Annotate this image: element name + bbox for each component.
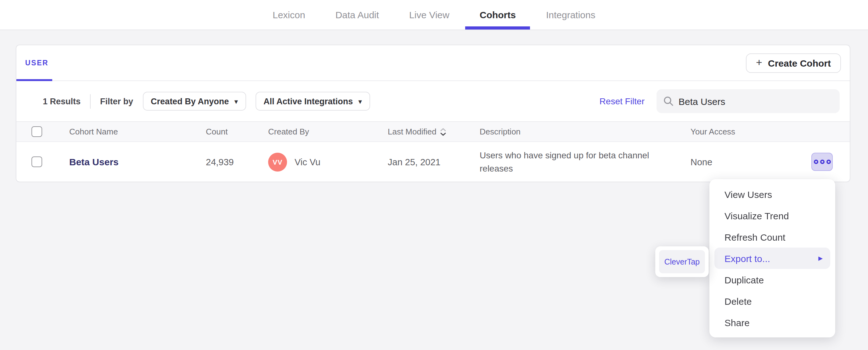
filter-by-label: Filter by bbox=[100, 97, 133, 106]
divider bbox=[90, 94, 91, 108]
menu-item-label: Export to... bbox=[724, 253, 770, 264]
cohorts-page: Lexicon Data Audit Live View Cohorts Int… bbox=[0, 0, 868, 350]
menu-item-label: Share bbox=[724, 317, 750, 328]
nav-tab-data-audit[interactable]: Data Audit bbox=[334, 0, 380, 30]
row-actions-menu: View Users Visualize Trend Refresh Count… bbox=[709, 179, 835, 338]
menu-item-label: Duplicate bbox=[724, 274, 764, 285]
nav-tab-label: Integrations bbox=[546, 9, 595, 20]
top-navigation: Lexicon Data Audit Live View Cohorts Int… bbox=[0, 0, 868, 30]
menu-item-delete[interactable]: Delete bbox=[714, 290, 830, 312]
tab-user-underline bbox=[17, 79, 52, 81]
plus-icon: + bbox=[756, 57, 762, 68]
menu-item-export-to[interactable]: Export to... ▶ bbox=[714, 248, 830, 269]
your-access-cell: None bbox=[690, 153, 850, 171]
menu-item-label: Refresh Count bbox=[724, 232, 785, 242]
row-actions-button[interactable] bbox=[811, 153, 833, 171]
table-header-row: Cohort Name Count Created By Last Modifi… bbox=[17, 121, 850, 141]
last-modified-value: Jan 25, 2021 bbox=[388, 157, 479, 167]
header-cohort-name: Cohort Name bbox=[69, 127, 206, 136]
created-by-dropdown-value: Created By Anyone bbox=[151, 97, 229, 106]
create-cohort-button[interactable]: + Create Cohort bbox=[746, 53, 841, 73]
cohort-description: Users who have signed up for beta channe… bbox=[479, 149, 690, 175]
header-count: Count bbox=[206, 127, 268, 136]
cohort-count: 24,939 bbox=[206, 157, 268, 167]
nav-tab-live-view[interactable]: Live View bbox=[408, 0, 451, 30]
header-your-access: Your Access bbox=[690, 127, 850, 136]
cohort-name-link[interactable]: Beta Users bbox=[69, 156, 119, 167]
card-tab-bar: USER + Create Cohort bbox=[17, 45, 850, 81]
select-all-checkbox[interactable] bbox=[31, 126, 42, 137]
menu-item-duplicate[interactable]: Duplicate bbox=[714, 269, 830, 290]
menu-item-label: View Users bbox=[724, 189, 772, 200]
export-submenu: CleverTap bbox=[655, 246, 709, 277]
dot-icon bbox=[826, 160, 831, 164]
nav-tab-label: Lexicon bbox=[273, 9, 305, 20]
header-checkbox-cell bbox=[17, 126, 69, 137]
submenu-item-label: CleverTap bbox=[664, 257, 700, 266]
nav-tab-lexicon[interactable]: Lexicon bbox=[271, 0, 306, 30]
creator-name: Vic Vu bbox=[294, 157, 320, 167]
filter-bar: 1 Results Filter by Created By Anyone ▾ … bbox=[17, 81, 850, 121]
menu-item-refresh-count[interactable]: Refresh Count bbox=[714, 226, 830, 248]
header-created-by: Created By bbox=[268, 127, 388, 136]
table-row: Beta Users 24,939 VV Vic Vu Jan 25, 2021… bbox=[17, 141, 850, 182]
nav-tab-label: Live View bbox=[409, 9, 450, 20]
menu-item-label: Visualize Trend bbox=[724, 210, 789, 221]
sort-icon bbox=[440, 127, 446, 136]
header-description: Description bbox=[479, 127, 690, 136]
dot-icon bbox=[813, 160, 818, 164]
menu-item-label: Delete bbox=[724, 295, 752, 306]
row-checkbox[interactable] bbox=[31, 156, 42, 167]
header-last-modified[interactable]: Last Modified bbox=[388, 127, 479, 136]
avatar: VV bbox=[268, 152, 287, 171]
integrations-dropdown[interactable]: All Active Integrations ▾ bbox=[255, 92, 370, 111]
tab-user-label: USER bbox=[25, 59, 49, 67]
header-last-modified-label: Last Modified bbox=[388, 127, 436, 136]
nav-tab-label: Cohorts bbox=[479, 9, 516, 20]
row-checkbox-cell bbox=[17, 156, 69, 167]
active-tab-underline bbox=[465, 26, 530, 30]
create-cohort-label: Create Cohort bbox=[768, 58, 831, 68]
nav-tab-cohorts[interactable]: Cohorts bbox=[478, 0, 517, 30]
nav-tab-label: Data Audit bbox=[336, 9, 379, 20]
created-by-cell: VV Vic Vu bbox=[268, 152, 388, 171]
results-count: 1 Results bbox=[43, 97, 81, 106]
integrations-dropdown-value: All Active Integrations bbox=[264, 97, 353, 106]
menu-item-visualize-trend[interactable]: Visualize Trend bbox=[714, 205, 830, 226]
menu-item-share[interactable]: Share bbox=[714, 312, 830, 333]
reset-filter-link[interactable]: Reset Filter bbox=[599, 96, 645, 106]
chevron-down-icon: ▾ bbox=[359, 98, 362, 105]
search-icon bbox=[663, 96, 674, 106]
created-by-dropdown[interactable]: Created By Anyone ▾ bbox=[143, 92, 246, 111]
search-input[interactable] bbox=[679, 96, 833, 106]
dot-icon bbox=[820, 160, 824, 164]
cohorts-card: USER + Create Cohort 1 Results Filter by… bbox=[16, 45, 850, 182]
submenu-item-clevertap[interactable]: CleverTap bbox=[659, 250, 705, 273]
submenu-arrow-icon: ▶ bbox=[818, 255, 823, 261]
tab-user[interactable]: USER bbox=[25, 59, 49, 67]
menu-item-view-users[interactable]: View Users bbox=[714, 183, 830, 205]
search-box[interactable] bbox=[656, 89, 840, 113]
chevron-down-icon: ▾ bbox=[235, 98, 238, 105]
access-value: None bbox=[690, 157, 712, 167]
nav-tab-integrations[interactable]: Integrations bbox=[545, 0, 597, 30]
